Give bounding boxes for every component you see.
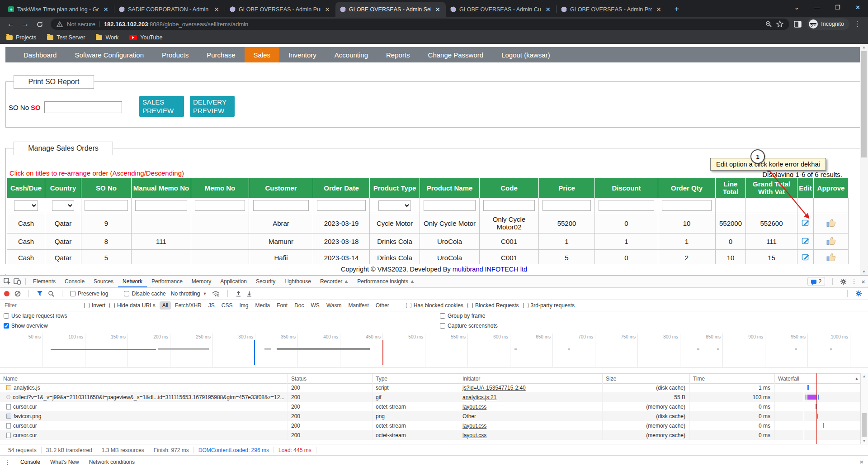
invert-checkbox[interactable]: Invert: [84, 302, 105, 309]
hide-data-urls-box[interactable]: [109, 303, 115, 308]
drawer-tab-network-conditions[interactable]: Network conditions: [84, 456, 140, 467]
devtools-menu-kebab-icon[interactable]: ⋮: [851, 278, 857, 285]
browser-tab[interactable]: GLOBE OVERSEAS - Admin Purch✕: [225, 2, 335, 17]
initiator-link[interactable]: layout.css: [462, 423, 486, 429]
initiator-link[interactable]: layout.css: [462, 404, 486, 410]
browser-tab[interactable]: GLOBE OVERSEAS - Admin Prod✕: [557, 2, 667, 17]
edit-icon[interactable]: [801, 253, 810, 262]
filter-chip-wasm[interactable]: Wasm: [324, 301, 344, 310]
show-overview-box[interactable]: [4, 323, 9, 329]
capture-screenshots-box[interactable]: [440, 323, 445, 329]
column-header-grand-total-with-vat[interactable]: Grand Total With Vat: [746, 178, 797, 198]
device-toolbar-icon[interactable]: [14, 278, 21, 285]
devtools-tab-sources[interactable]: Sources: [89, 276, 118, 287]
preserve-log-box[interactable]: [70, 291, 75, 296]
restore-button[interactable]: ❐: [827, 4, 848, 11]
devtools-tab-lighthouse[interactable]: Lighthouse: [280, 276, 316, 287]
network-request-row[interactable]: cursor.cur200octet-streamlayout.css(memo…: [0, 430, 861, 440]
column-header-edit[interactable]: Edit: [797, 178, 814, 198]
filter-select[interactable]: [378, 200, 411, 211]
devtools-tab-application[interactable]: Application: [216, 276, 251, 287]
invert-box[interactable]: [84, 303, 90, 308]
nav-item-logout-kawsar-[interactable]: Logout (kawsar): [492, 47, 559, 62]
column-header-price[interactable]: Price: [539, 178, 595, 198]
filter-input[interactable]: [135, 200, 187, 211]
delivery-preview-button[interactable]: DELIVERY PREVIEW: [190, 96, 235, 117]
filter-chip-media[interactable]: Media: [252, 301, 273, 310]
network-filter-input[interactable]: [4, 302, 80, 309]
browser-tab[interactable]: SADIF CORPORATION - Admin P✕: [114, 2, 225, 17]
filter-input[interactable]: [424, 200, 476, 211]
column-header-line-total[interactable]: Line Total: [716, 178, 746, 198]
browser-tab[interactable]: +TaskWise Time plan and log - Go✕: [4, 2, 114, 17]
bookmark-item[interactable]: Projects: [6, 34, 36, 41]
filter-chip-all[interactable]: All: [160, 301, 171, 310]
devtools-close-icon[interactable]: ×: [861, 278, 865, 286]
devtools-tab-elements[interactable]: Elements: [28, 276, 60, 287]
devtools-tab-recorder[interactable]: Recorder: [316, 276, 353, 287]
search-network-icon[interactable]: [48, 291, 54, 297]
bookmark-item[interactable]: Work: [96, 34, 118, 41]
net-column-header-status[interactable]: Status: [288, 374, 373, 383]
address-bar[interactable]: Not secure 182.163.102.203:8088/globe_ov…: [51, 19, 789, 30]
scroll-up-icon[interactable]: ▲: [860, 45, 868, 49]
network-request-row[interactable]: analytics.js200scriptjs?id=UA-153547715-…: [0, 383, 861, 392]
network-request-row[interactable]: favicon.png200pngOther(disk cache)0 ms: [0, 411, 861, 421]
column-header-order-qty[interactable]: Order Qty: [658, 178, 716, 198]
blocked-requests-checkbox[interactable]: Blocked Requests: [467, 302, 519, 309]
not-secure-warning-icon[interactable]: [57, 21, 63, 27]
drawer-tab-what-s-new[interactable]: What's New: [45, 456, 84, 467]
filter-input[interactable]: [85, 200, 128, 211]
nav-item-sales[interactable]: Sales: [245, 47, 280, 62]
use-large-request-rows-checkbox[interactable]: Use large request rows: [4, 313, 67, 319]
filter-input[interactable]: [599, 200, 654, 211]
filter-input[interactable]: [195, 200, 245, 211]
net-column-header-waterfall[interactable]: Waterfall▲: [775, 374, 861, 383]
column-header-product-type[interactable]: Product Type: [370, 178, 420, 198]
filter-chip-font[interactable]: Font: [274, 301, 290, 310]
tab-search-chevron-icon[interactable]: ⌄: [787, 4, 807, 11]
third-party-requests-box[interactable]: [523, 303, 528, 308]
network-table-scrollbar[interactable]: ▲ ▼: [860, 373, 868, 444]
bookmark-item[interactable]: YouTube: [129, 34, 162, 41]
so-no-input[interactable]: [44, 101, 122, 113]
network-overview-timeline[interactable]: 50 ms100 ms150 ms200 ms250 ms300 ms350 m…: [0, 334, 868, 367]
back-icon[interactable]: ←: [5, 19, 17, 29]
tab-close-icon[interactable]: ✕: [102, 6, 109, 13]
net-column-header-time[interactable]: Time: [690, 374, 775, 383]
profile-incognito-badge[interactable]: Incognito: [807, 18, 849, 30]
third-party-requests-checkbox[interactable]: 3rd-party requests: [523, 302, 575, 309]
initiator-link[interactable]: analytics.js:21: [462, 394, 496, 400]
preserve-log-checkbox[interactable]: Preserve log: [70, 291, 108, 297]
filter-chip-css[interactable]: CSS: [219, 301, 236, 310]
nav-item-reports[interactable]: Reports: [377, 47, 419, 62]
side-panel-icon[interactable]: [794, 21, 802, 28]
tab-close-icon[interactable]: ✕: [324, 6, 331, 13]
column-header-code[interactable]: Code: [480, 178, 539, 198]
capture-screenshots-checkbox[interactable]: Capture screenshots: [440, 323, 498, 329]
filter-input[interactable]: [317, 200, 366, 211]
edit-icon[interactable]: [801, 218, 810, 227]
filter-select[interactable]: [52, 200, 75, 211]
tab-close-icon[interactable]: ✕: [655, 6, 662, 13]
close-button[interactable]: ✕: [848, 4, 868, 11]
new-tab-button[interactable]: +: [670, 3, 683, 15]
group-by-frame-box[interactable]: [440, 313, 445, 319]
console-messages-badge[interactable]: 2: [807, 277, 826, 286]
net-column-header-size[interactable]: Size: [603, 374, 690, 383]
filter-chip-js[interactable]: JS: [206, 301, 217, 310]
column-header-memo-no[interactable]: Memo No: [191, 178, 249, 198]
network-conditions-icon[interactable]: [212, 291, 220, 297]
devtools-tab-console[interactable]: Console: [60, 276, 89, 287]
disable-cache-box[interactable]: [124, 291, 129, 296]
filter-chip-img[interactable]: Img: [236, 301, 251, 310]
scrollbar-thumb[interactable]: [861, 51, 867, 157]
network-request-row[interactable]: cursor.cur200octet-streamlayout.css(memo…: [0, 402, 861, 411]
network-settings-gear-icon[interactable]: [855, 290, 862, 297]
approve-thumbs-up-icon[interactable]: [826, 252, 836, 262]
devtools-tab-performance-insights[interactable]: Performance insights: [353, 276, 419, 287]
devtools-tab-security[interactable]: Security: [251, 276, 280, 287]
blocked-requests-box[interactable]: [467, 303, 473, 308]
show-overview-checkbox[interactable]: Show overview: [4, 323, 48, 329]
column-header-product-name[interactable]: Product Name: [420, 178, 480, 198]
